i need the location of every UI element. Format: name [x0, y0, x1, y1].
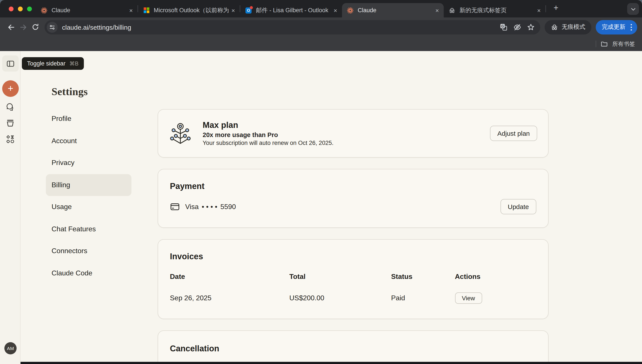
tune-icon — [49, 24, 56, 30]
col-total: Total — [289, 273, 391, 281]
zoom-window-button[interactable] — [27, 6, 32, 11]
tab-close-icon[interactable]: × — [331, 6, 339, 14]
adjust-plan-button[interactable]: Adjust plan — [490, 126, 537, 141]
tab-close-icon[interactable]: × — [229, 6, 237, 14]
tab-close-icon[interactable]: × — [127, 6, 135, 14]
back-button[interactable] — [5, 21, 17, 33]
svg-text:G: G — [501, 24, 504, 28]
bookmarks-bar: 所有书签 — [0, 37, 642, 51]
tab-title: Claude — [52, 7, 127, 14]
forward-arrow-icon — [19, 23, 27, 31]
billing-content: Max plan 20x more usage than Pro Your su… — [158, 109, 548, 364]
shapes-grid-icon — [5, 134, 15, 144]
nav-item-privacy[interactable]: Privacy — [46, 152, 132, 174]
translate-button[interactable]: G — [498, 22, 509, 32]
view-invoice-button[interactable]: View — [455, 292, 482, 304]
nav-item-billing[interactable]: Billing — [46, 174, 132, 196]
nav-item-profile[interactable]: Profile — [46, 108, 132, 130]
claude-starburst-icon — [347, 7, 354, 14]
forward-button[interactable] — [17, 21, 29, 33]
tab-claude-active[interactable]: Claude × — [342, 3, 444, 18]
payment-heading: Payment — [170, 182, 536, 191]
all-bookmarks-button[interactable]: 所有书签 — [612, 40, 635, 48]
minimize-window-button[interactable] — [18, 6, 23, 11]
claude-settings-page: + AM — [0, 51, 642, 364]
reading-mode-hidden-button[interactable] — [512, 22, 522, 32]
settings-nav: Profile Account Privacy Billing Usage Ch… — [46, 108, 132, 284]
browser-toolbar: claude.ai/settings/billing G — [0, 18, 642, 37]
new-chat-button[interactable]: + — [2, 80, 19, 97]
nav-item-connectors[interactable]: Connectors — [46, 240, 132, 262]
eye-slash-icon — [513, 23, 521, 31]
browser-window: Claude × Microsoft Outlook（以前称为 × O 邮件 -… — [0, 0, 642, 364]
browser-menu-icon[interactable] — [629, 24, 633, 30]
traffic-lights — [9, 6, 32, 11]
tab-close-icon[interactable]: × — [433, 6, 441, 14]
cancellation-heading: Cancellation — [170, 344, 536, 354]
tab-search-button[interactable] — [627, 3, 639, 15]
star-icon — [526, 23, 535, 31]
close-window-button[interactable] — [9, 6, 14, 11]
translate-icon: G — [500, 23, 507, 31]
nav-item-chat-features[interactable]: Chat Features — [46, 218, 132, 240]
archive-box-icon — [5, 118, 15, 128]
nav-item-usage[interactable]: Usage — [46, 196, 132, 218]
claude-starburst-icon — [41, 7, 48, 14]
incognito-badge: 无痕模式 — [545, 20, 591, 34]
payment-card: Payment Visa • • • • 5590 Update — [158, 169, 548, 228]
incognito-icon — [551, 23, 558, 31]
tab-close-icon[interactable]: × — [535, 6, 543, 14]
chats-button[interactable] — [4, 101, 16, 113]
site-info-button[interactable] — [47, 22, 58, 32]
credit-card-icon — [170, 202, 180, 212]
new-tab-button[interactable]: + — [550, 2, 562, 14]
tab-claude-1[interactable]: Claude × — [36, 3, 138, 18]
finish-update-button[interactable]: 完成更新 — [596, 20, 637, 34]
panel-left-icon — [6, 59, 15, 68]
artifacts-button[interactable] — [4, 133, 16, 145]
address-bar[interactable]: claude.ai/settings/billing G — [45, 20, 540, 34]
cancellation-card: Cancellation — [158, 330, 548, 364]
nav-item-account[interactable]: Account — [46, 130, 132, 152]
invoices-card: Invoices Date Total Status Actions Sep 2… — [158, 239, 548, 319]
bookmarks-divider — [596, 40, 596, 47]
tab-bar: Claude × Microsoft Outlook（以前称为 × O 邮件 -… — [0, 0, 642, 18]
bookmark-button[interactable] — [525, 22, 536, 32]
max-plan-icon — [169, 122, 192, 145]
invoice-status: Paid — [391, 294, 455, 302]
card-masked-digits: • • • • — [202, 203, 218, 210]
tab-outlook-mail[interactable]: O 邮件 - Lisa Gilbert - Outlook × — [240, 3, 342, 18]
invoice-total: US$200.00 — [289, 294, 391, 302]
user-avatar[interactable]: AM — [4, 342, 17, 354]
tab-outlook-app[interactable]: Microsoft Outlook（以前称为 × — [138, 3, 240, 18]
plan-subtitle: 20x more usage than Pro — [203, 131, 333, 138]
card-brand: Visa — [185, 203, 199, 210]
tab-new-incognito[interactable]: 新的无痕式标签页 × — [444, 3, 545, 18]
nav-item-claude-code[interactable]: Claude Code — [46, 262, 132, 284]
tab-strip: Claude × Microsoft Outlook（以前称为 × O 邮件 -… — [36, 0, 562, 18]
microsoft-logo-icon — [143, 7, 150, 14]
invoice-row: Sep 26, 2025 US$200.00 Paid View — [170, 292, 536, 304]
tab-title: Claude — [358, 7, 433, 14]
window-bottom-edge — [21, 362, 642, 364]
card-last4: 5590 — [220, 203, 236, 210]
tooltip-shortcut: ⌘B — [70, 60, 79, 67]
invoices-header-row: Date Total Status Actions — [170, 273, 536, 281]
tab-title: Microsoft Outlook（以前称为 — [154, 6, 229, 14]
tooltip-label: Toggle sidebar — [27, 60, 66, 67]
url-text[interactable]: claude.ai/settings/billing — [62, 23, 498, 31]
reload-button[interactable] — [29, 21, 42, 33]
update-payment-button[interactable]: Update — [500, 199, 536, 214]
reload-icon — [32, 23, 39, 31]
col-date: Date — [170, 273, 289, 281]
toggle-sidebar-tooltip: Toggle sidebar ⌘B — [22, 57, 84, 70]
tab-title: 邮件 - Lisa Gilbert - Outlook — [256, 6, 331, 14]
chat-bubbles-icon — [5, 102, 15, 112]
invoice-date: Sep 26, 2025 — [170, 294, 289, 302]
col-status: Status — [391, 273, 455, 281]
folder-icon — [600, 40, 608, 48]
incognito-label: 无痕模式 — [562, 23, 585, 31]
finish-update-label: 完成更新 — [602, 23, 625, 31]
projects-button[interactable] — [4, 117, 16, 129]
toggle-sidebar-button[interactable] — [2, 56, 19, 72]
